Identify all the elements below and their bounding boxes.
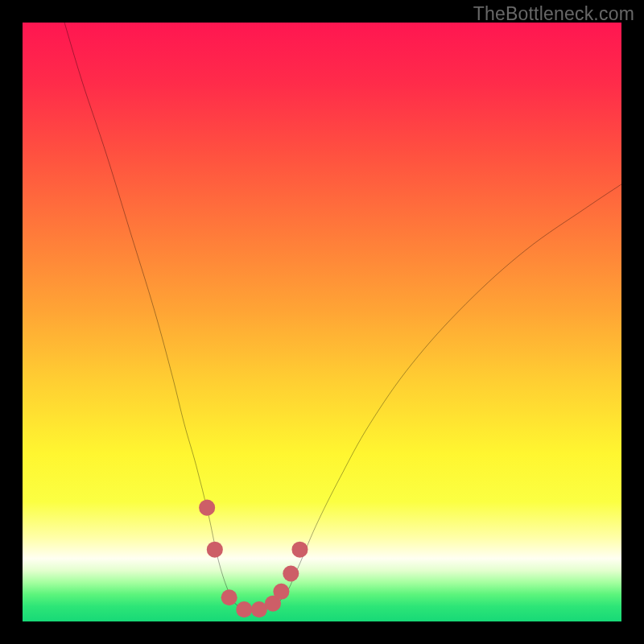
bottleneck-curve: [23, 23, 621, 621]
highlight-dot: [283, 565, 299, 581]
highlight-dot: [291, 542, 308, 558]
highlighted-points: [199, 500, 308, 618]
highlight-dot: [273, 584, 289, 600]
plot-area: [23, 23, 621, 621]
chart-frame: TheBottleneck.com: [0, 0, 644, 644]
highlight-dot: [221, 589, 237, 605]
highlight-dot: [236, 601, 252, 617]
highlight-dot: [199, 500, 215, 516]
highlight-dot: [251, 601, 267, 617]
curve-path: [64, 23, 621, 611]
watermark-label: TheBottleneck.com: [473, 3, 634, 25]
highlight-dot: [207, 542, 223, 558]
